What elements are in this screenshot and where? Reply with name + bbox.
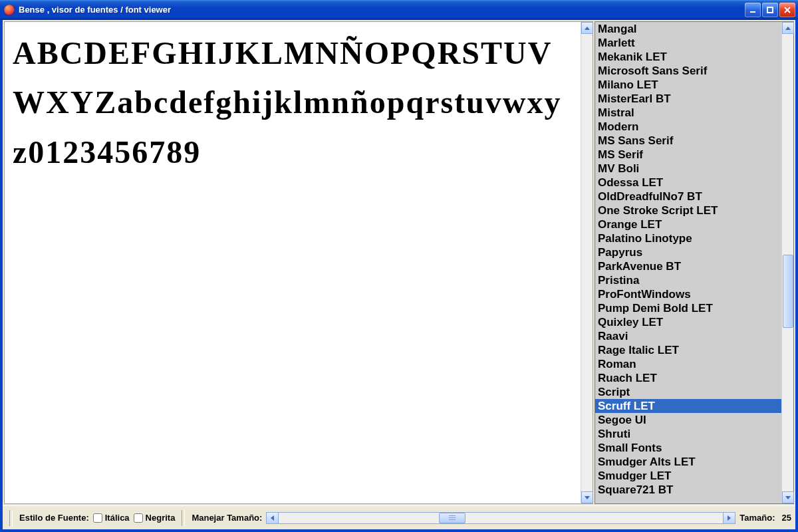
client-area: ABCDEFGHIJKLMNÑOPQRSTUVWXYZabcdefghijklm…: [0, 20, 798, 532]
font-list-item[interactable]: Pump Demi Bold LET: [595, 301, 781, 315]
font-list-item[interactable]: Scruff LET: [595, 399, 781, 413]
font-list-item[interactable]: Smudger Alts LET: [595, 455, 781, 469]
scroll-up-button[interactable]: [581, 22, 593, 34]
app-icon: [4, 5, 15, 15]
font-list-item[interactable]: Square721 BT: [595, 483, 781, 497]
maximize-button[interactable]: [762, 3, 778, 17]
font-list-item[interactable]: Quixley LET: [595, 315, 781, 329]
italic-label-text: Itálica: [105, 513, 130, 523]
scroll-down-button[interactable]: [581, 491, 593, 503]
font-list-scrollbar[interactable]: [781, 22, 793, 503]
size-value: 25: [782, 513, 791, 523]
svg-rect-1: [767, 7, 773, 13]
italic-checkbox[interactable]: [93, 513, 102, 523]
slider-decrement-button[interactable]: [267, 513, 279, 523]
font-list-item[interactable]: MS Sans Serif: [595, 134, 781, 148]
bold-checkbox-label[interactable]: Negrita: [134, 513, 176, 523]
font-list-item[interactable]: Smudger LET: [595, 469, 781, 483]
font-list-item[interactable]: Milano LET: [595, 78, 781, 92]
font-list-item[interactable]: Palatino Linotype: [595, 231, 781, 245]
font-list-item[interactable]: ParkAvenue BT: [595, 259, 781, 273]
font-list-item[interactable]: Orange LET: [595, 217, 781, 231]
slider-thumb[interactable]: [439, 513, 466, 523]
scroll-up-button[interactable]: [782, 22, 794, 34]
font-list-item[interactable]: Odessa LET: [595, 176, 781, 190]
font-list-item[interactable]: Roman: [595, 357, 781, 371]
font-list-item[interactable]: MV Boli: [595, 162, 781, 176]
font-list-item[interactable]: MisterEarl BT: [595, 92, 781, 106]
separator: [182, 510, 185, 526]
maximize-icon: [766, 6, 774, 14]
preview-pane: ABCDEFGHIJKLMNÑOPQRSTUVWXYZabcdefghijklm…: [4, 21, 593, 504]
scrollbar-thumb[interactable]: [783, 255, 793, 328]
font-list-item[interactable]: Script: [595, 385, 781, 399]
font-list-item[interactable]: Segoe UI: [595, 413, 781, 427]
font-list-item[interactable]: MS Serif: [595, 148, 781, 162]
font-list-item[interactable]: Pristina: [595, 273, 781, 287]
font-list-item[interactable]: Rage Italic LET: [595, 343, 781, 357]
slider-track[interactable]: [279, 513, 723, 523]
font-list-item[interactable]: Mekanik LET: [595, 50, 781, 64]
size-slider[interactable]: [266, 512, 735, 524]
font-list-item[interactable]: Small Fonts: [595, 441, 781, 455]
font-list-item[interactable]: OldDreadfulNo7 BT: [595, 190, 781, 203]
scroll-down-button[interactable]: [782, 491, 794, 503]
preview-scrollbar[interactable]: [581, 22, 593, 503]
font-list-item[interactable]: Shruti: [595, 427, 781, 441]
font-list[interactable]: MangalMarlettMekanik LETMicrosoft Sans S…: [595, 22, 781, 503]
font-list-item[interactable]: Mangal: [595, 22, 781, 36]
window-controls: [745, 3, 795, 17]
sample-text: ABCDEFGHIJKLMNÑOPQRSTUVWXYZabcdefghijklm…: [13, 29, 577, 177]
font-style-label: Estilo de Fuente:: [19, 513, 89, 523]
font-list-item[interactable]: Marlett: [595, 36, 781, 50]
size-control-label: Manejar Tamaño:: [192, 513, 262, 523]
main-split: ABCDEFGHIJKLMNÑOPQRSTUVWXYZabcdefghijklm…: [3, 20, 795, 505]
status-bar: Estilo de Fuente: Itálica Negrita Maneja…: [3, 505, 795, 529]
font-list-pane: MangalMarlettMekanik LETMicrosoft Sans S…: [595, 21, 794, 504]
slider-increment-button[interactable]: [723, 513, 735, 523]
font-list-item[interactable]: Raavi: [595, 329, 781, 343]
font-list-item[interactable]: ProFontWindows: [595, 287, 781, 301]
window-title: Bense , visor de fuentes / font viewer: [19, 5, 745, 15]
bold-checkbox[interactable]: [134, 513, 143, 523]
minimize-icon: [749, 6, 757, 14]
title-bar: Bense , visor de fuentes / font viewer: [0, 0, 798, 20]
font-list-item[interactable]: Modern: [595, 120, 781, 134]
font-preview: ABCDEFGHIJKLMNÑOPQRSTUVWXYZabcdefghijklm…: [5, 22, 581, 503]
close-icon: [783, 6, 791, 14]
font-list-item[interactable]: One Stroke Script LET: [595, 203, 781, 217]
italic-checkbox-label[interactable]: Itálica: [93, 513, 130, 523]
font-list-item[interactable]: Mistral: [595, 106, 781, 120]
minimize-button[interactable]: [745, 3, 761, 17]
font-list-item[interactable]: Ruach LET: [595, 371, 781, 385]
font-list-item[interactable]: Microsoft Sans Serif: [595, 64, 781, 78]
font-list-item[interactable]: Papyrus: [595, 245, 781, 259]
bold-label-text: Negrita: [146, 513, 176, 523]
separator: [9, 510, 13, 526]
close-button[interactable]: [779, 3, 795, 17]
size-readout-label: Tamaño:: [739, 513, 775, 523]
